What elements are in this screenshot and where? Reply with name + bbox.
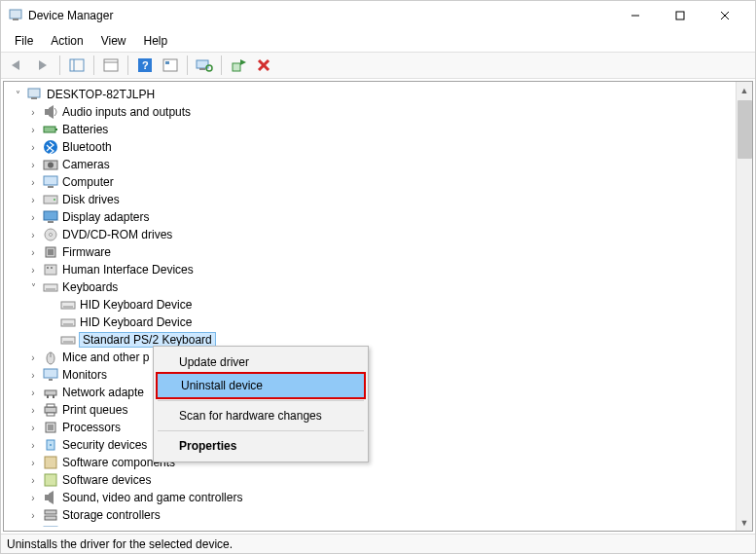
expand-toggle-icon[interactable]: › — [27, 195, 39, 205]
camera-icon — [43, 157, 58, 172]
expand-toggle-icon[interactable]: › — [27, 107, 39, 118]
expand-toggle-icon[interactable]: ˅ — [27, 282, 39, 293]
device-label[interactable]: Standard PS/2 Keyboard — [80, 333, 215, 347]
device-category[interactable]: ›Network adapte — [8, 384, 735, 401]
device-label[interactable]: Bluetooth — [62, 140, 112, 154]
device-category[interactable]: ›Sound, video and game controllers — [8, 489, 735, 506]
properties-button[interactable] — [100, 55, 122, 76]
device-item[interactable]: HID Keyboard Device — [8, 314, 735, 331]
device-label[interactable]: Software devices — [62, 473, 151, 487]
context-menu-item[interactable]: Properties — [156, 434, 366, 458]
expand-toggle-icon[interactable]: › — [27, 177, 39, 188]
device-label[interactable]: Firmware — [62, 245, 111, 259]
expand-toggle-icon[interactable]: › — [27, 458, 39, 468]
menu-action[interactable]: Action — [43, 32, 90, 50]
device-label[interactable]: System devices — [62, 526, 144, 527]
device-category[interactable]: ›Bluetooth — [8, 138, 735, 156]
device-category[interactable]: ›Firmware — [8, 243, 735, 261]
device-category[interactable]: ˅DESKTOP-82TJLPH — [8, 86, 735, 103]
context-menu-item[interactable]: Update driver — [156, 351, 366, 374]
device-item[interactable]: HID Keyboard Device — [8, 296, 735, 314]
expand-toggle-icon[interactable]: › — [27, 142, 39, 153]
action-button[interactable] — [160, 55, 181, 76]
device-label[interactable]: Security devices — [62, 438, 147, 452]
device-label[interactable]: Storage controllers — [62, 508, 161, 522]
device-category[interactable]: ›DVD/CD-ROM drives — [8, 226, 735, 243]
device-category[interactable]: ›Cameras — [8, 156, 735, 173]
back-button[interactable] — [7, 55, 28, 76]
device-category[interactable]: ›System devices — [8, 524, 735, 527]
device-label[interactable]: Print queues — [62, 403, 127, 417]
device-category[interactable]: ›Monitors — [8, 366, 735, 384]
device-category[interactable]: ›Mice and other p — [8, 349, 735, 366]
device-tree[interactable]: ˅DESKTOP-82TJLPH›Audio inputs and output… — [8, 86, 735, 527]
expand-toggle-icon[interactable]: › — [27, 125, 39, 135]
device-category[interactable]: ˅Keyboards — [8, 278, 735, 296]
device-category[interactable]: ›Human Interface Devices — [8, 261, 735, 278]
device-category[interactable]: ›Audio inputs and outputs — [8, 103, 735, 121]
device-category[interactable]: ›Security devices — [8, 436, 735, 454]
device-label[interactable]: Network adapte — [62, 386, 144, 399]
device-label[interactable]: DESKTOP-82TJLPH — [47, 88, 155, 101]
menu-view[interactable]: View — [93, 32, 134, 50]
forward-button[interactable] — [32, 55, 54, 76]
context-menu-item[interactable]: Uninstall device — [158, 374, 364, 397]
device-category[interactable]: ›Print queues — [8, 401, 735, 419]
update-driver-button[interactable] — [228, 55, 249, 76]
expand-toggle-icon[interactable]: › — [27, 423, 39, 433]
expand-toggle-icon[interactable]: › — [27, 405, 39, 416]
help-button[interactable]: ? — [134, 55, 156, 76]
uninstall-device-button[interactable] — [253, 55, 274, 76]
expand-toggle-icon[interactable]: › — [27, 388, 39, 398]
menu-file[interactable]: File — [7, 32, 41, 50]
expand-toggle-icon[interactable]: › — [27, 265, 39, 276]
device-category[interactable]: ›Computer — [8, 173, 735, 191]
device-item[interactable]: Standard PS/2 Keyboard — [8, 331, 735, 349]
device-label[interactable]: Display adapters — [62, 210, 149, 224]
expand-toggle-icon[interactable]: › — [27, 475, 39, 486]
device-label[interactable]: Cameras — [62, 158, 110, 171]
device-category[interactable]: ›Batteries — [8, 121, 735, 138]
device-label[interactable]: Batteries — [62, 123, 108, 136]
device-label[interactable]: Sound, video and game controllers — [62, 491, 242, 504]
minimize-button[interactable] — [613, 1, 658, 30]
expand-toggle-icon[interactable]: › — [27, 493, 39, 503]
device-category[interactable]: ›Software devices — [8, 471, 735, 489]
expand-toggle-icon[interactable]: › — [27, 440, 39, 451]
device-label[interactable]: Human Interface Devices — [62, 263, 194, 277]
device-label[interactable]: HID Keyboard Device — [80, 298, 192, 312]
expand-toggle-icon[interactable]: › — [27, 160, 39, 170]
device-label[interactable]: Processors — [62, 421, 121, 434]
expand-toggle-icon[interactable]: › — [27, 510, 39, 521]
vertical-scrollbar[interactable]: ▲ ▼ — [736, 82, 752, 531]
show-hide-tree-button[interactable] — [66, 55, 88, 76]
device-label[interactable]: Disk drives — [62, 193, 120, 206]
device-label[interactable]: Computer — [62, 175, 114, 189]
device-label[interactable]: Mice and other p — [62, 351, 149, 364]
context-menu[interactable]: Update driverUninstall deviceScan for ha… — [153, 346, 369, 462]
device-label[interactable]: DVD/CD-ROM drives — [62, 228, 172, 241]
device-category[interactable]: ›Software components — [8, 454, 735, 471]
device-category[interactable]: ›Storage controllers — [8, 506, 735, 524]
device-label[interactable]: Monitors — [62, 368, 107, 382]
device-label[interactable]: Keyboards — [62, 280, 118, 294]
scroll-thumb[interactable] — [738, 100, 752, 159]
menu-help[interactable]: Help — [136, 32, 176, 50]
scroll-down-button[interactable]: ▼ — [737, 514, 753, 531]
expand-toggle-icon[interactable]: ˅ — [12, 90, 23, 100]
device-label[interactable]: Audio inputs and outputs — [62, 105, 191, 119]
expand-toggle-icon[interactable]: › — [27, 247, 39, 258]
context-menu-item[interactable]: Scan for hardware changes — [156, 404, 366, 427]
expand-toggle-icon[interactable]: › — [27, 370, 39, 381]
close-button[interactable] — [702, 1, 747, 30]
device-category[interactable]: ›Processors — [8, 419, 735, 436]
expand-toggle-icon[interactable]: › — [27, 212, 39, 223]
maximize-button[interactable] — [658, 1, 702, 30]
device-label[interactable]: HID Keyboard Device — [80, 315, 192, 329]
scroll-up-button[interactable]: ▲ — [737, 82, 753, 98]
device-category[interactable]: ›Disk drives — [8, 191, 735, 208]
device-category[interactable]: ›Display adapters — [8, 208, 735, 226]
expand-toggle-icon[interactable]: › — [27, 352, 39, 363]
expand-toggle-icon[interactable]: › — [27, 230, 39, 240]
scan-hardware-button[interactable] — [194, 55, 215, 76]
